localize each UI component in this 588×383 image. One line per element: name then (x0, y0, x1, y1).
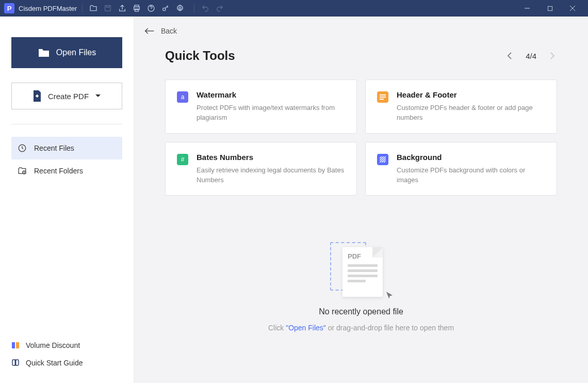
svg-rect-19 (380, 94, 386, 95)
volume-discount-link[interactable]: Volume Discount (11, 337, 122, 354)
tool-title: Background (397, 153, 545, 162)
svg-rect-20 (380, 97, 386, 98)
empty-illustration: PDF (330, 242, 392, 299)
page-title: Quick Tools (165, 49, 235, 63)
empty-subtitle: Click "Open Files" or drag-and-drop file… (268, 324, 454, 332)
tool-card-bates-numbers[interactable]: # Bates Numbers Easily retrieve indexing… (165, 142, 357, 196)
separator (194, 4, 194, 12)
save-icon[interactable] (102, 3, 113, 14)
discount-icon (11, 341, 20, 349)
file-plus-icon (32, 90, 42, 102)
empty-open-files-link[interactable]: "Open Files" (286, 324, 326, 332)
sidebar: Open Files Create PDF Recent Files Recen… (0, 17, 134, 383)
back-label: Back (161, 27, 177, 35)
redo-icon[interactable] (214, 3, 225, 14)
sidebar-item-label: Recent Files (34, 144, 74, 152)
window-close-button[interactable] (561, 0, 584, 17)
empty-state: PDF No recently opened file Click "Open … (165, 242, 557, 332)
sidebar-nav: Recent Files Recent Folders (11, 137, 122, 182)
svg-rect-18 (16, 342, 19, 348)
tool-cards: a Watermark Protect PDFs with image/text… (165, 79, 557, 196)
undo-icon[interactable] (200, 3, 211, 14)
arrow-left-icon (144, 27, 155, 35)
back-button[interactable]: Back (134, 17, 588, 45)
create-pdf-label: Create PDF (48, 92, 89, 101)
watermark-icon: a (177, 91, 188, 103)
tool-desc: Customize PDFs background with colors or… (397, 166, 545, 185)
quick-start-guide-label: Quick Start Guide (26, 359, 83, 367)
volume-discount-label: Volume Discount (26, 341, 80, 349)
divider (11, 124, 122, 124)
header-footer-icon (377, 91, 388, 103)
open-files-button[interactable]: Open Files (11, 37, 122, 68)
svg-rect-8 (548, 6, 552, 10)
tool-desc: Customize PDFs header & footer or add pa… (397, 103, 545, 123)
tool-card-header-footer[interactable]: Header & Footer Customize PDFs header & … (365, 79, 557, 134)
svg-point-6 (179, 7, 181, 9)
chevron-left-icon (507, 52, 512, 59)
upgrade-key-icon[interactable] (160, 3, 171, 14)
print-icon[interactable] (131, 3, 142, 14)
svg-rect-17 (12, 342, 15, 348)
book-icon (11, 359, 20, 367)
open-files-label: Open Files (56, 48, 96, 57)
svg-rect-14 (37, 94, 38, 98)
app-title: Cisdem PDFMaster (19, 5, 77, 12)
app-icon: P (4, 3, 14, 13)
svg-rect-12 (39, 52, 49, 57)
sidebar-item-label: Recent Folders (34, 167, 83, 175)
empty-prefix: Click (268, 324, 286, 332)
bates-icon: # (177, 154, 188, 165)
folder-open-icon (38, 47, 50, 58)
create-pdf-button[interactable]: Create PDF (11, 83, 122, 109)
quick-start-guide-link[interactable]: Quick Start Guide (11, 354, 122, 372)
empty-suffix: or drag-and-drop file here to open them (326, 324, 454, 332)
pager-prev-button[interactable] (505, 50, 514, 61)
pager-next-button[interactable] (548, 50, 557, 61)
sidebar-bottom: Volume Discount Quick Start Guide (11, 337, 122, 372)
separator (82, 4, 83, 12)
tool-desc: Easily retrieve indexing legal documents… (197, 166, 345, 185)
chevron-right-icon (550, 52, 555, 59)
window-minimize-button[interactable] (516, 0, 538, 17)
share-icon[interactable] (117, 3, 128, 14)
main: Back Quick Tools 4/4 a (134, 17, 588, 383)
chevron-down-icon (95, 94, 101, 98)
tool-card-watermark[interactable]: a Watermark Protect PDFs with image/text… (165, 79, 357, 134)
cursor-icon (385, 291, 394, 300)
open-icon[interactable] (88, 3, 99, 14)
titlebar: P Cisdem PDFMaster (0, 0, 588, 17)
background-icon (377, 154, 388, 165)
tool-desc: Protect PDFs with image/text watermarks … (197, 103, 345, 123)
tool-title: Header & Footer (397, 90, 545, 99)
sidebar-item-recent-files[interactable]: Recent Files (11, 137, 122, 159)
folder-clock-icon (18, 166, 27, 175)
pager: 4/4 (505, 50, 557, 61)
tool-title: Bates Numbers (197, 153, 345, 162)
tool-title: Watermark (197, 90, 345, 99)
svg-rect-21 (380, 99, 384, 100)
tool-card-background[interactable]: Background Customize PDFs background wit… (365, 142, 557, 196)
svg-rect-0 (105, 6, 111, 11)
empty-title: No recently opened file (319, 307, 403, 316)
clock-icon (18, 143, 27, 153)
settings-gear-icon[interactable] (174, 3, 186, 14)
sidebar-item-recent-folders[interactable]: Recent Folders (11, 159, 122, 182)
pager-display: 4/4 (526, 52, 536, 60)
window-maximize-button[interactable] (538, 0, 561, 17)
help-icon[interactable] (145, 3, 157, 14)
